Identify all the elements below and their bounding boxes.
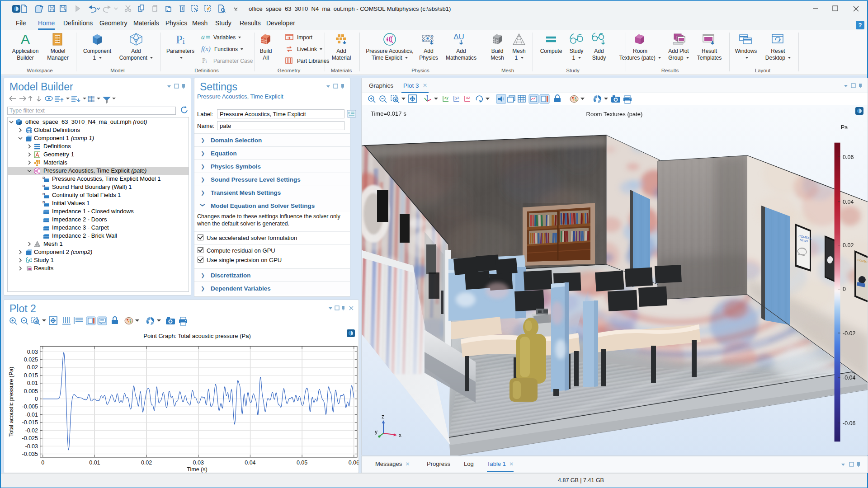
svg-text:-0.02: -0.02 xyxy=(25,427,38,434)
svg-text:0: 0 xyxy=(35,396,38,402)
svg-text:Time (s): Time (s) xyxy=(187,466,207,473)
svg-text:0: 0 xyxy=(843,286,846,292)
svg-text:Total acoustic pressure (Pa): Total acoustic pressure (Pa) xyxy=(8,367,14,437)
svg-text:Point Graph: Total acoustic pr: Point Graph: Total acoustic pressure (Pa… xyxy=(143,333,251,339)
svg-text:Time=0.017 s: Time=0.017 s xyxy=(371,110,406,117)
svg-text:0.015: 0.015 xyxy=(24,372,38,379)
svg-text:-0.025: -0.025 xyxy=(22,435,38,441)
svg-text:0.03: 0.03 xyxy=(193,460,204,466)
svg-text:0.02: 0.02 xyxy=(843,242,854,249)
svg-text:0.06: 0.06 xyxy=(349,460,359,466)
svg-text:-0.04: -0.04 xyxy=(843,375,856,381)
svg-text:0: 0 xyxy=(41,460,44,466)
svg-text:Pi: Pi xyxy=(202,57,207,64)
svg-text:-0.03: -0.03 xyxy=(25,443,38,450)
svg-text:Room Textures (pate): Room Textures (pate) xyxy=(586,111,643,117)
svg-text:0.05: 0.05 xyxy=(297,460,307,466)
svg-text:a: a xyxy=(201,33,205,41)
svg-text:0.03: 0.03 xyxy=(27,349,38,355)
svg-text:y: y xyxy=(375,429,377,435)
svg-text:0.02: 0.02 xyxy=(141,460,152,466)
svg-text:0.01: 0.01 xyxy=(27,380,38,386)
svg-text:-0.035: -0.035 xyxy=(22,451,38,457)
svg-text:z: z xyxy=(382,413,384,420)
svg-text:A: A xyxy=(21,33,30,46)
svg-text:f(x): f(x) xyxy=(201,45,211,53)
svg-text:-0.005: -0.005 xyxy=(22,404,38,410)
svg-text:ΔU: ΔU xyxy=(453,33,464,41)
svg-text:-0.06: -0.06 xyxy=(843,420,856,427)
svg-text:0.02: 0.02 xyxy=(27,364,38,371)
svg-text:0.04: 0.04 xyxy=(245,460,255,466)
svg-text:-0.02: -0.02 xyxy=(843,330,856,337)
svg-text:Pi: Pi xyxy=(176,33,184,46)
svg-text:-0.015: -0.015 xyxy=(22,419,38,426)
svg-text:0.04: 0.04 xyxy=(843,199,854,205)
svg-text:-0.01: -0.01 xyxy=(25,412,38,418)
svg-text:0.005: 0.005 xyxy=(24,388,38,394)
svg-text:0.06: 0.06 xyxy=(843,154,854,160)
svg-text:x: x xyxy=(399,432,401,438)
svg-text:0.025: 0.025 xyxy=(24,357,38,363)
svg-text:0.01: 0.01 xyxy=(89,460,100,466)
svg-text:Pa: Pa xyxy=(841,124,848,131)
